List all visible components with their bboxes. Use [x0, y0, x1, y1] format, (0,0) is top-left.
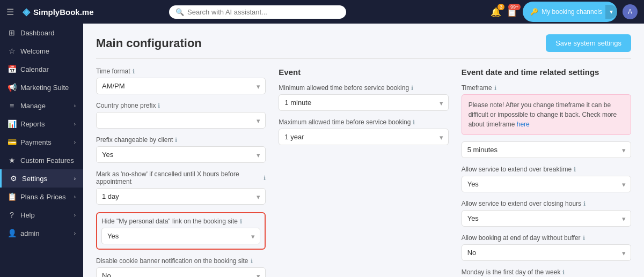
max-booking-select[interactable]: 1 year 6 months 3 months 1 month [279, 129, 448, 145]
sidebar-label-manage: Manage [20, 102, 46, 110]
disable-cookie-select[interactable]: No Yes [96, 267, 266, 277]
sidebar-item-admin[interactable]: 👤 admin › [0, 224, 83, 242]
event-date-section-title: Event date and time related settings [462, 68, 631, 77]
extend-breaktime-info-icon[interactable]: ℹ [574, 166, 576, 173]
logo: ◈ SimplyBook.me [23, 6, 94, 18]
calendar-icon: 📅 [8, 65, 16, 73]
hide-personal-info-icon[interactable]: ℹ [240, 218, 242, 225]
sidebar-item-dashboard[interactable]: ⊞ Dashboard [0, 24, 83, 42]
disable-cookie-info-icon[interactable]: ℹ [251, 258, 253, 265]
tasks-icon[interactable]: 📋 99+ [507, 7, 517, 17]
time-format-label: Time format ℹ [96, 68, 266, 75]
time-format-info-icon[interactable]: ℹ [133, 68, 135, 75]
config-grid: Time format ℹ AM/PM 24h Country phone pr… [96, 68, 631, 277]
time-format-select[interactable]: AM/PM 24h [96, 78, 266, 94]
tasks-badge: 99+ [508, 4, 521, 10]
sidebar-label-reports: Reports [20, 120, 45, 128]
booking-btn-label: My booking channels [541, 8, 602, 16]
field-no-show: Mark as 'no-show' if cancelled until X h… [96, 170, 266, 205]
max-booking-info-icon[interactable]: ℹ [413, 119, 415, 126]
search-bar[interactable]: 🔍 [169, 5, 346, 19]
timeframe-link[interactable]: here [517, 121, 530, 128]
page-title: Main configuration [96, 36, 202, 50]
reports-icon: 📊 [8, 119, 16, 128]
country-phone-select[interactable] [96, 112, 266, 129]
layout: ⊞ Dashboard ☆ Welcome 📅 Calendar 📢 Marke… [0, 24, 644, 277]
sidebar-item-custom[interactable]: ★ Custom Features [0, 151, 83, 169]
top-nav: ☰ ◈ SimplyBook.me 🔍 🔔 3 📋 99+ 🔑 My booki… [0, 0, 644, 24]
min-booking-info-icon[interactable]: ℹ [411, 85, 413, 92]
help-arrow: › [74, 212, 76, 218]
logo-icon: ◈ [23, 6, 30, 18]
sidebar-item-manage[interactable]: ≡ Manage › [0, 96, 83, 115]
min-booking-select-wrap: 1 minute 5 minutes 10 minutes 30 minutes… [279, 94, 448, 111]
sidebar-label-marketing: Marketing Suite [20, 84, 69, 92]
field-timeframe: Timeframe ℹ Please note! After you chang… [462, 84, 631, 158]
extend-closing-select[interactable]: Yes No [462, 210, 631, 227]
no-show-label: Mark as 'no-show' if cancelled until X h… [96, 170, 266, 185]
hide-personal-select[interactable]: Yes No [101, 228, 260, 244]
max-booking-select-wrap: 1 year 6 months 3 months 1 month [279, 129, 448, 145]
plans-arrow: › [74, 194, 76, 200]
country-phone-info-icon[interactable]: ℹ [158, 102, 160, 109]
right-col: Event date and time related settings Tim… [462, 68, 631, 277]
no-show-select[interactable]: 1 day 2 days 3 days [96, 188, 266, 205]
sidebar: ⊞ Dashboard ☆ Welcome 📅 Calendar 📢 Marke… [0, 24, 83, 277]
field-extend-breaktime: Allow service to extend over breaktime ℹ… [462, 166, 631, 192]
min-booking-label: Minimum allowed time before service book… [279, 84, 448, 92]
extend-closing-select-wrap: Yes No [462, 210, 631, 227]
country-phone-label: Country phone prefix ℹ [96, 102, 266, 109]
sidebar-label-dashboard: Dashboard [20, 29, 55, 37]
save-system-settings-button[interactable]: Save system settings [546, 34, 631, 52]
prefix-client-info-icon[interactable]: ℹ [175, 137, 177, 144]
booking-end-day-info-icon[interactable]: ℹ [583, 235, 585, 242]
field-monday-first: Monday is the first day of the week ℹ Ye… [462, 268, 631, 277]
sidebar-item-calendar[interactable]: 📅 Calendar [0, 60, 83, 78]
sidebar-item-payments[interactable]: 💳 Payments › [0, 133, 83, 151]
sidebar-item-plans[interactable]: 📋 Plans & Prices › [0, 188, 83, 206]
logo-text: SimplyBook.me [33, 8, 94, 17]
admin-arrow: › [74, 230, 76, 236]
extend-closing-info-icon[interactable]: ℹ [583, 200, 586, 207]
sidebar-item-welcome[interactable]: ☆ Welcome [0, 42, 83, 60]
welcome-icon: ☆ [8, 47, 16, 55]
sidebar-item-settings[interactable]: ⚙ Settings › [0, 169, 83, 188]
sidebar-item-marketing[interactable]: 📢 Marketing Suite [0, 78, 83, 96]
manage-icon: ≡ [8, 101, 16, 110]
booking-end-day-label: Allow booking at end of day without buff… [462, 234, 631, 242]
sidebar-item-reports[interactable]: 📊 Reports › [0, 115, 83, 133]
main-content: Main configuration Save system settings … [83, 24, 644, 277]
notifications-bell[interactable]: 🔔 3 [491, 7, 501, 17]
booking-btn-arrow[interactable]: ▾ [605, 5, 617, 19]
admin-icon: 👤 [8, 229, 16, 237]
timeframe-select-wrap: 5 minutes 10 minutes 15 minutes 30 minut… [462, 141, 631, 158]
booking-end-day-select[interactable]: No Yes [462, 244, 631, 261]
hide-personal-select-wrap: Yes No [101, 228, 260, 244]
field-prefix-client: Prefix changeable by client ℹ Yes No [96, 136, 266, 163]
prefix-client-label: Prefix changeable by client ℹ [96, 136, 266, 144]
field-max-booking: Maximum allowed time before service book… [279, 118, 448, 145]
no-show-info-icon[interactable]: ℹ [264, 175, 266, 182]
timeframe-select[interactable]: 5 minutes 10 minutes 15 minutes 30 minut… [462, 141, 631, 158]
sidebar-item-help[interactable]: ? Help › [0, 206, 83, 224]
custom-icon: ★ [8, 156, 16, 164]
booking-channels-button[interactable]: 🔑 My booking channels ▾ [523, 2, 617, 22]
field-min-booking: Minimum allowed time before service book… [279, 84, 448, 111]
search-input[interactable] [187, 8, 340, 16]
min-booking-select[interactable]: 1 minute 5 minutes 10 minutes 30 minutes… [279, 94, 448, 111]
avatar[interactable]: A [623, 4, 638, 19]
notification-badge: 3 [497, 4, 504, 10]
extend-breaktime-select-wrap: Yes No [462, 176, 631, 192]
extend-breaktime-select[interactable]: Yes No [462, 176, 631, 192]
prefix-client-select[interactable]: Yes No [96, 146, 266, 163]
timeframe-label: Timeframe ℹ [462, 84, 631, 92]
field-time-format: Time format ℹ AM/PM 24h [96, 68, 266, 94]
disable-cookie-select-wrap: No Yes [96, 267, 266, 277]
plans-icon: 📋 [8, 192, 16, 201]
hamburger-icon[interactable]: ☰ [6, 7, 14, 17]
timeframe-info-icon[interactable]: ℹ [494, 85, 496, 92]
sidebar-label-payments: Payments [20, 138, 52, 146]
reports-arrow: › [74, 121, 76, 127]
monday-first-info-icon[interactable]: ℹ [562, 269, 565, 276]
sidebar-label-plans: Plans & Prices [20, 193, 66, 201]
